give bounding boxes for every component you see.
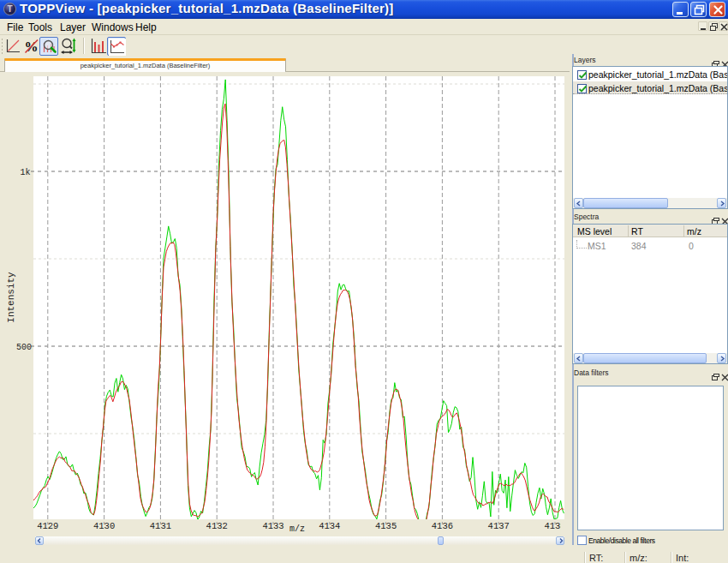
svg-text:m/z: m/z	[289, 524, 305, 534]
svg-text:4132: 4132	[206, 521, 228, 531]
svg-text:4131: 4131	[150, 521, 171, 531]
svg-text:4135: 4135	[375, 521, 397, 531]
svg-text:4134: 4134	[319, 521, 340, 531]
svg-text:4137: 4137	[488, 521, 510, 531]
svg-text:4136: 4136	[432, 521, 453, 531]
svg-text:4133: 4133	[262, 521, 283, 531]
svg-text:4129: 4129	[37, 521, 58, 531]
svg-text:500: 500	[16, 343, 32, 352]
svg-text:Intensity: Intensity	[6, 272, 16, 323]
svg-text:4130: 4130	[93, 521, 115, 531]
svg-text:1k: 1k	[20, 168, 30, 177]
